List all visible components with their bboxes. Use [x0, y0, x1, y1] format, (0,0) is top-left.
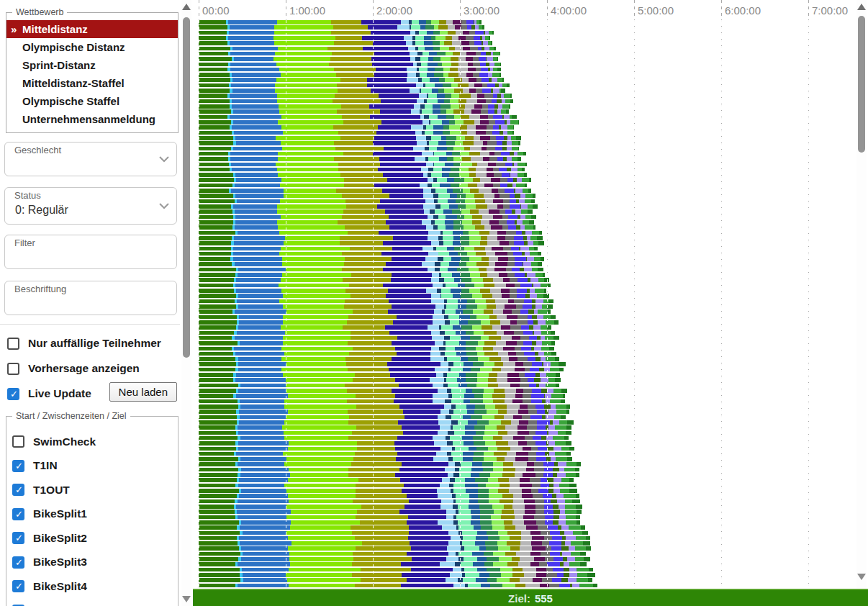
athlete-row[interactable]: [199, 257, 544, 261]
athlete-row[interactable]: [199, 347, 554, 351]
competition-item[interactable]: Unternehmensanmeldung: [6, 110, 178, 128]
athlete-row[interactable]: [199, 420, 574, 425]
checkbox-unchecked-icon[interactable]: [7, 338, 19, 350]
athlete-row[interactable]: [199, 546, 591, 551]
athlete-row[interactable]: [199, 78, 504, 82]
athlete-row[interactable]: [199, 278, 549, 282]
athlete-row[interactable]: [199, 557, 590, 561]
athlete-row[interactable]: [199, 478, 574, 482]
checkbox-unchecked-icon[interactable]: [12, 435, 24, 448]
athlete-row[interactable]: [199, 20, 482, 24]
athlete-row[interactable]: [199, 131, 514, 135]
athlete-row[interactable]: [199, 462, 581, 466]
athlete-row[interactable]: [199, 36, 490, 40]
athlete-row[interactable]: [199, 384, 559, 388]
athlete-row[interactable]: [199, 341, 555, 345]
athlete-row[interactable]: [199, 236, 543, 240]
scroll-down-icon[interactable]: [182, 596, 191, 602]
reload-button[interactable]: Neu laden: [109, 382, 177, 402]
athlete-row[interactable]: [199, 399, 565, 404]
athlete-row[interactable]: [199, 247, 538, 251]
athlete-row[interactable]: [199, 262, 542, 266]
checkbox-checked-icon[interactable]: [7, 388, 19, 400]
athlete-row[interactable]: [199, 109, 509, 114]
athlete-row[interactable]: [199, 531, 588, 535]
athlete-row[interactable]: [199, 157, 521, 161]
athlete-row[interactable]: [199, 336, 559, 340]
athlete-row[interactable]: [199, 368, 564, 372]
athlete-row[interactable]: [199, 31, 494, 35]
athlete-row[interactable]: [199, 120, 518, 125]
athlete-row[interactable]: [199, 173, 527, 177]
athlete-row[interactable]: [199, 63, 500, 67]
athlete-row[interactable]: [199, 178, 531, 182]
athlete-row[interactable]: [199, 578, 592, 582]
athlete-row[interactable]: [199, 284, 551, 288]
athlete-row[interactable]: [199, 83, 510, 88]
athlete-row[interactable]: [199, 209, 533, 214]
athlete-row[interactable]: [199, 47, 496, 51]
athlete-row[interactable]: [199, 494, 579, 498]
athlete-row[interactable]: [199, 562, 587, 566]
athlete-row[interactable]: [199, 525, 585, 530]
checkbox-checked-icon[interactable]: [12, 484, 24, 496]
athlete-row[interactable]: [199, 89, 505, 93]
athlete-row[interactable]: [199, 431, 571, 435]
athlete-row[interactable]: [199, 115, 517, 119]
competition-item[interactable]: »Mitteldistanz: [6, 20, 178, 38]
athlete-row[interactable]: [199, 25, 484, 30]
athlete-row[interactable]: [199, 325, 551, 330]
athlete-row[interactable]: [199, 252, 541, 256]
chart-scrollbar-thumb[interactable]: [858, 16, 865, 153]
athlete-row[interactable]: [199, 468, 579, 472]
athlete-row[interactable]: [199, 294, 549, 298]
athlete-row[interactable]: [199, 304, 553, 309]
checkbox-checked-icon[interactable]: [12, 580, 24, 592]
athlete-row[interactable]: [199, 415, 566, 420]
athlete-row[interactable]: [199, 573, 595, 577]
athlete-row[interactable]: [199, 168, 525, 172]
athlete-row[interactable]: [199, 57, 498, 61]
athlete-row[interactable]: [199, 189, 531, 193]
athlete-row[interactable]: [199, 441, 571, 446]
gender-select[interactable]: Geschlecht: [4, 142, 177, 176]
label-input[interactable]: Beschriftung: [4, 281, 177, 315]
athlete-row[interactable]: [199, 215, 536, 220]
athlete-row[interactable]: [199, 299, 553, 304]
athlete-row[interactable]: [199, 552, 586, 556]
athlete-row[interactable]: [199, 378, 561, 382]
athlete-row[interactable]: [199, 410, 569, 414]
athlete-row[interactable]: [199, 199, 535, 204]
checkbox-checked-icon[interactable]: [12, 556, 24, 569]
athlete-row[interactable]: [199, 394, 565, 398]
checkbox-checked-icon[interactable]: [12, 532, 24, 544]
athlete-row[interactable]: [199, 194, 535, 198]
athlete-row[interactable]: [199, 520, 580, 525]
athlete-row[interactable]: [199, 568, 593, 572]
athlete-row[interactable]: [199, 452, 571, 456]
athlete-row[interactable]: [199, 152, 526, 156]
sidebar-scrollbar[interactable]: [181, 0, 191, 606]
athlete-row[interactable]: [199, 104, 510, 109]
filter-input[interactable]: Filter: [4, 235, 177, 269]
athlete-row[interactable]: [199, 489, 577, 493]
athlete-row[interactable]: [199, 125, 514, 130]
athlete-row[interactable]: [199, 147, 519, 151]
athlete-row[interactable]: [199, 184, 527, 188]
athlete-row[interactable]: [199, 68, 501, 72]
sidebar-scrollbar-thumb[interactable]: [183, 17, 190, 358]
athlete-row[interactable]: [199, 41, 492, 45]
chart-scrollbar[interactable]: [856, 0, 867, 589]
checkbox-checked-icon[interactable]: [12, 460, 24, 472]
athlete-row[interactable]: [199, 163, 527, 167]
athlete-row[interactable]: [199, 220, 534, 225]
athlete-row[interactable]: [199, 357, 559, 361]
athlete-row[interactable]: [199, 268, 543, 272]
athlete-row[interactable]: [199, 225, 535, 230]
athlete-row[interactable]: [199, 241, 544, 245]
athlete-row[interactable]: [199, 515, 580, 520]
competition-item[interactable]: Sprint-Distanz: [6, 56, 178, 74]
status-select[interactable]: Status 0: Regulär: [4, 187, 177, 225]
athlete-row[interactable]: [199, 499, 580, 504]
athlete-row[interactable]: [199, 315, 556, 320]
